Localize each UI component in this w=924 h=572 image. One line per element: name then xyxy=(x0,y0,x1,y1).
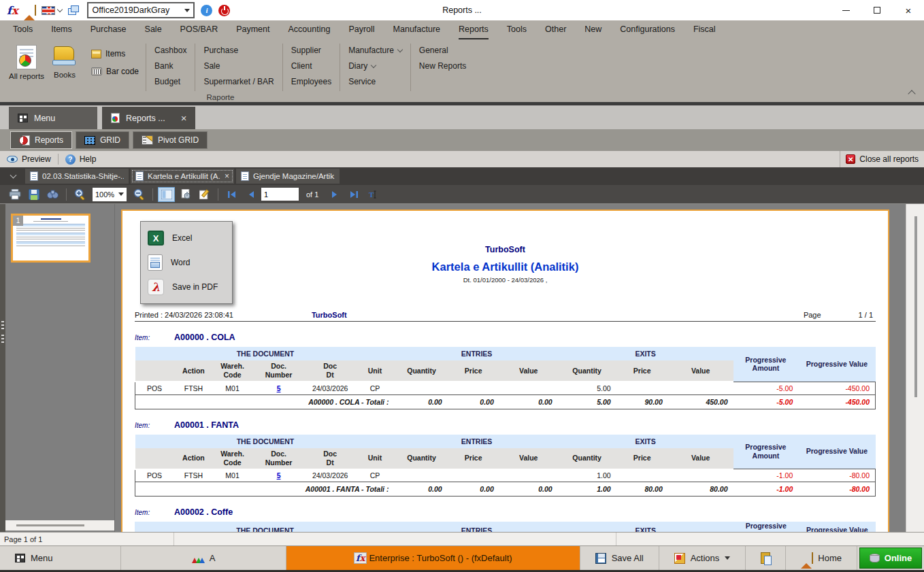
menu-item-accounting[interactable]: Accounting xyxy=(288,20,331,39)
menu-item-fiscal[interactable]: Fiscal xyxy=(693,20,716,39)
menu-item-payroll[interactable]: Payroll xyxy=(348,20,374,39)
page-number-input[interactable] xyxy=(261,188,299,201)
ribbon-link-manufacture[interactable]: Manufacture xyxy=(348,46,402,55)
export-menu: X Excel Word λ Save in PDF xyxy=(140,221,233,304)
page-value: 1 / 1 xyxy=(859,311,873,319)
menu-item-pos-bar[interactable]: POS/BAR xyxy=(180,20,218,39)
menu-item-sale[interactable]: Sale xyxy=(145,20,162,39)
close-all-reports-button[interactable]: ✕ Close all reports xyxy=(840,151,924,167)
clipboard-button[interactable] xyxy=(746,546,786,570)
parameters-button[interactable] xyxy=(177,187,194,202)
language-selector[interactable] xyxy=(42,6,62,15)
items-button[interactable]: Items xyxy=(91,49,139,58)
view-tab-reports[interactable]: Reports xyxy=(10,131,72,149)
help-button[interactable]: ? Help xyxy=(59,151,103,167)
report-item-section: Item:A00001 . FANTATHE DOCUMENTENTRIESEX… xyxy=(122,420,888,497)
menu-item-tools[interactable]: Tools xyxy=(13,20,33,39)
export-pdf-item[interactable]: λ Save in PDF xyxy=(141,275,232,299)
close-button[interactable]: × xyxy=(893,0,924,20)
users-icon xyxy=(192,554,204,563)
home-label: Home xyxy=(818,553,842,563)
close-tab-icon[interactable]: × xyxy=(181,112,187,124)
ribbon-link-general[interactable]: General xyxy=(419,46,466,55)
user-button[interactable]: A xyxy=(121,546,286,570)
ribbon-link-diary[interactable]: Diary xyxy=(348,61,402,71)
home-icon[interactable] xyxy=(24,5,35,16)
actions-label: Actions xyxy=(691,553,720,563)
report-date-range: Dt. 01/01/2000 - 24/03/2026 , xyxy=(122,276,888,284)
info-icon[interactable]: i xyxy=(201,5,212,16)
menu-item-new[interactable]: New xyxy=(584,20,601,39)
previous-page-button[interactable] xyxy=(242,187,259,202)
actions-button[interactable]: Actions xyxy=(659,546,746,570)
ribbon-link-budget[interactable]: Budget xyxy=(154,77,186,86)
report-tab[interactable]: 02.03.Statistika-Shitje-... xyxy=(25,169,129,184)
power-icon[interactable] xyxy=(218,5,230,16)
online-status-button[interactable]: Online xyxy=(859,548,922,569)
chevron-down-icon xyxy=(371,62,376,67)
bottom-menu-button[interactable]: Menu xyxy=(0,546,121,570)
print-button[interactable] xyxy=(6,187,23,202)
doc-tab-reports-[interactable]: Reports ...× xyxy=(102,107,195,129)
ribbon-link-supermarket-bar[interactable]: Supermarket / BAR xyxy=(203,77,274,86)
home-button[interactable]: Home xyxy=(786,546,857,570)
total-label: A00001 . FANTA - Totali : xyxy=(135,482,396,497)
preview-button[interactable]: Preview xyxy=(0,151,58,167)
edit-button[interactable] xyxy=(196,187,213,202)
all-reports-icon xyxy=(16,45,37,69)
menu-item-other[interactable]: Other xyxy=(545,20,566,39)
zoom-out-button[interactable] xyxy=(131,187,148,202)
page-thumbnail[interactable]: 1 xyxy=(11,214,90,263)
last-page-button[interactable] xyxy=(345,187,362,202)
menu-item-configurations[interactable]: Configurations xyxy=(620,20,675,39)
barcode-button[interactable]: Bar code xyxy=(91,67,139,76)
zoom-in-button[interactable] xyxy=(71,187,88,202)
doc-tab-menu[interactable]: Menu xyxy=(9,107,97,129)
menu-item-purchase[interactable]: Purchase xyxy=(90,20,127,39)
close-tab-icon[interactable]: × xyxy=(225,171,229,181)
left-splitter[interactable] xyxy=(0,204,5,532)
ribbon-link-supplier[interactable]: Supplier xyxy=(291,46,331,55)
ribbon-link-client[interactable]: Client xyxy=(291,61,331,71)
maximize-button[interactable] xyxy=(861,0,893,20)
windows-icon[interactable] xyxy=(68,5,80,16)
vertical-scrollbar[interactable] xyxy=(906,204,924,532)
find-button[interactable] xyxy=(44,187,61,202)
menu-item-payment[interactable]: Payment xyxy=(236,20,269,39)
save-all-button[interactable]: Save All xyxy=(580,546,659,570)
ribbon-link-sale[interactable]: Sale xyxy=(203,61,274,71)
report-tab[interactable]: Gjendje Magazine/Artik... xyxy=(236,169,340,184)
save-button[interactable] xyxy=(25,187,42,202)
report-tab[interactable]: Kartela e Artikullit (A...× xyxy=(131,169,234,184)
menu-item-tools[interactable]: Tools xyxy=(507,20,527,39)
menu-item-manufacture[interactable]: Manufacture xyxy=(393,20,440,39)
save-all-icon xyxy=(595,553,606,564)
thumbnail-horizontal-scrollbar[interactable] xyxy=(5,520,114,531)
export-excel-item[interactable]: X Excel xyxy=(141,226,232,250)
printed-company: TurboSoft xyxy=(312,311,347,319)
first-page-button[interactable] xyxy=(223,187,240,202)
ribbon-link-cashbox[interactable]: Cashbox xyxy=(154,46,186,55)
item-code: A00001 . FANTA xyxy=(174,420,239,430)
ribbon-collapse-icon[interactable] xyxy=(908,90,915,97)
zoom-level-combobox[interactable]: 100% xyxy=(93,188,127,201)
menu-item-reports[interactable]: Reports xyxy=(459,20,489,39)
minimize-button[interactable] xyxy=(830,0,861,20)
thumbnails-toggle-button[interactable] xyxy=(158,187,175,202)
ribbon-link-employees[interactable]: Employees xyxy=(291,77,331,86)
view-tab-pivot-grid[interactable]: Pivot GRID xyxy=(133,131,208,149)
ribbon-link-service[interactable]: Service xyxy=(348,77,402,86)
view-tab-grid[interactable]: GRID xyxy=(76,131,129,149)
export-word-item[interactable]: Word xyxy=(141,250,232,275)
menu-item-items[interactable]: Items xyxy=(51,20,72,39)
items-icon xyxy=(91,50,101,58)
text-select-button[interactable]: T xyxy=(364,187,381,202)
ribbon-link-new-reports[interactable]: New Reports xyxy=(419,61,466,71)
theme-combobox[interactable]: Office2019DarkGray xyxy=(87,2,195,18)
ribbon-link-purchase[interactable]: Purchase xyxy=(203,46,274,55)
next-page-button[interactable] xyxy=(326,187,343,202)
ribbon-link-bank[interactable]: Bank xyxy=(154,61,186,71)
chevron-down-icon xyxy=(397,46,403,52)
tab-list-chevron-icon[interactable] xyxy=(10,172,17,179)
item-movements-table: THE DOCUMENTENTRIESEXITSProgressiveAmoun… xyxy=(135,522,876,532)
